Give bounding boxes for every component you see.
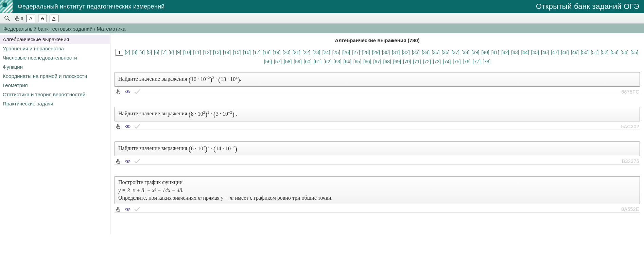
page-link[interactable]: [15]: [232, 50, 241, 55]
page-link[interactable]: [44]: [521, 50, 529, 55]
page-link[interactable]: [56]: [264, 59, 272, 64]
page-link[interactable]: [69]: [393, 59, 401, 64]
check-icon[interactable]: [134, 123, 140, 130]
page-link[interactable]: [37]: [451, 50, 460, 55]
page-link[interactable]: [48]: [560, 50, 569, 55]
sidebar-item[interactable]: Числовые последовательности: [0, 53, 110, 62]
sidebar-item[interactable]: Алгебраические выражения: [0, 35, 110, 44]
page-link[interactable]: [13]: [213, 50, 221, 55]
page-link[interactable]: [41]: [491, 50, 500, 55]
page-link[interactable]: [51]: [590, 50, 599, 55]
page-link[interactable]: [31]: [391, 50, 400, 55]
page-link[interactable]: [14]: [223, 50, 231, 55]
page-link[interactable]: [45]: [531, 50, 539, 55]
page-link[interactable]: [66]: [363, 59, 371, 64]
page-link[interactable]: [18]: [262, 50, 271, 55]
page-link[interactable]: [27]: [352, 50, 360, 55]
page-link[interactable]: [8]: [168, 50, 174, 55]
page-link[interactable]: [19]: [272, 50, 281, 55]
sidebar-item[interactable]: Статистика и теория вероятностей: [0, 90, 110, 99]
page-link[interactable]: [77]: [472, 59, 481, 64]
page-link[interactable]: [54]: [620, 50, 629, 55]
page-link[interactable]: [49]: [571, 50, 579, 55]
page-link[interactable]: [59]: [293, 59, 302, 64]
page-link[interactable]: [58]: [283, 59, 292, 64]
page-link[interactable]: [78]: [482, 59, 491, 64]
page-link[interactable]: [34]: [421, 50, 430, 55]
page-link[interactable]: [24]: [322, 50, 330, 55]
page-link[interactable]: [68]: [383, 59, 391, 64]
page-link[interactable]: [23]: [312, 50, 320, 55]
page-link[interactable]: [36]: [441, 50, 450, 55]
page-link[interactable]: [25]: [332, 50, 341, 55]
page-link[interactable]: [73]: [433, 59, 441, 64]
page-link[interactable]: [28]: [362, 50, 370, 55]
page-link[interactable]: [20]: [282, 50, 291, 55]
page-link[interactable]: [60]: [303, 59, 312, 64]
page-link[interactable]: [72]: [423, 59, 431, 64]
page-link[interactable]: [22]: [302, 50, 311, 55]
page-link[interactable]: [74]: [442, 59, 451, 64]
page-link[interactable]: [42]: [501, 50, 509, 55]
page-link[interactable]: [50]: [580, 50, 589, 55]
eye-icon[interactable]: [125, 123, 131, 130]
page-link[interactable]: [43]: [511, 50, 519, 55]
page-link[interactable]: [53]: [610, 50, 619, 55]
sidebar-item[interactable]: Координаты на прямой и плоскости: [0, 71, 110, 81]
page-link[interactable]: [47]: [551, 50, 559, 55]
page-link[interactable]: [32]: [401, 50, 410, 55]
page-link[interactable]: [75]: [452, 59, 461, 64]
page-link[interactable]: [30]: [382, 50, 390, 55]
page-link[interactable]: [35]: [431, 50, 440, 55]
page-link[interactable]: [7]: [161, 50, 167, 55]
hand-pointer-icon[interactable]: 0: [14, 15, 24, 22]
page-link[interactable]: [6]: [154, 50, 160, 55]
page-link[interactable]: [2]: [124, 50, 130, 55]
hand-pointer-icon[interactable]: [115, 158, 121, 164]
font-strike-button[interactable]: A: [38, 15, 47, 22]
eye-icon[interactable]: [125, 158, 131, 164]
page-link[interactable]: [33]: [412, 50, 420, 55]
page-link[interactable]: [71]: [413, 59, 421, 64]
page-link[interactable]: [40]: [481, 50, 489, 55]
page-link[interactable]: [29]: [372, 50, 380, 55]
check-icon[interactable]: [134, 206, 140, 212]
page-link[interactable]: [63]: [333, 59, 342, 64]
check-icon[interactable]: [134, 158, 140, 164]
page-link[interactable]: [64]: [343, 59, 352, 64]
page-link[interactable]: [61]: [313, 59, 322, 64]
page-link[interactable]: [67]: [373, 59, 381, 64]
page-link[interactable]: [39]: [471, 50, 480, 55]
search-icon[interactable]: [3, 15, 11, 22]
eye-icon[interactable]: [125, 206, 131, 212]
page-link[interactable]: [38]: [461, 50, 470, 55]
page-link[interactable]: [3]: [132, 50, 138, 55]
page-link[interactable]: [76]: [463, 59, 471, 64]
page-link[interactable]: [10]: [183, 50, 191, 55]
page-link[interactable]: [70]: [403, 59, 411, 64]
page-link[interactable]: [62]: [323, 59, 332, 64]
page-link[interactable]: [57]: [274, 59, 282, 64]
font-normal-button[interactable]: A: [27, 15, 35, 22]
eye-icon[interactable]: [125, 89, 131, 95]
page-link[interactable]: [16]: [242, 50, 251, 55]
page-link[interactable]: [4]: [139, 50, 145, 55]
page-link[interactable]: [55]: [630, 50, 639, 55]
sidebar-item[interactable]: Геометрия: [0, 81, 110, 90]
page-link[interactable]: [11]: [193, 50, 201, 55]
check-icon[interactable]: [134, 89, 140, 95]
hand-pointer-icon[interactable]: [115, 89, 121, 95]
page-link[interactable]: [26]: [342, 50, 350, 55]
page-link[interactable]: [12]: [203, 50, 211, 55]
page-link[interactable]: [9]: [175, 50, 181, 55]
page-link[interactable]: [52]: [600, 50, 609, 55]
sidebar-item[interactable]: Уравнения и неравенства: [0, 44, 110, 53]
page-link[interactable]: [21]: [292, 50, 301, 55]
page-link[interactable]: [17]: [253, 50, 261, 55]
font-underline-button[interactable]: A: [50, 15, 58, 22]
hand-pointer-icon[interactable]: [115, 206, 121, 212]
page-link[interactable]: [65]: [353, 59, 362, 64]
page-link[interactable]: [46]: [541, 50, 549, 55]
hand-pointer-icon[interactable]: [115, 123, 121, 130]
sidebar-item[interactable]: Практические задачи: [0, 99, 110, 108]
